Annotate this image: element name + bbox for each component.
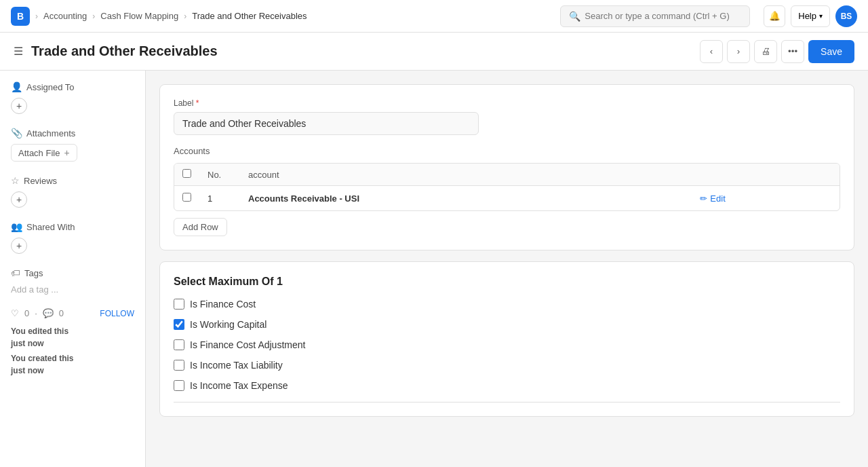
add-share-button[interactable]: + <box>11 238 27 254</box>
layout: 👤 Assigned To + 📎 Attachments Attach Fil… <box>0 71 868 467</box>
activity-2-time: just now <box>11 366 44 375</box>
row-checkbox-cell <box>174 186 199 211</box>
tags-label: Tags <box>24 268 43 278</box>
checkbox-row-cb4: Is Income Tax Liability <box>174 360 840 371</box>
activity-2: You created this just now <box>11 352 134 377</box>
required-star: * <box>196 98 199 108</box>
card-divider <box>174 402 840 403</box>
topnav-right: 🔔 Help ▾ BS <box>764 5 857 27</box>
edit-link[interactable]: ✏ Edit <box>700 193 831 204</box>
activity-1: You edited this just now <box>11 325 134 350</box>
checkbox-row-cb3: Is Finance Cost Adjustment <box>174 339 840 350</box>
heart-icon: ♡ <box>11 308 19 318</box>
comments-count: 0 <box>59 308 64 318</box>
chevron-down-icon: ▾ <box>819 12 823 20</box>
breadcrumb-current: Trade and Other Receivables <box>192 11 307 21</box>
col-header-no: No. <box>199 164 240 186</box>
tag-icon: 🏷 <box>11 267 20 278</box>
notifications-button[interactable]: 🔔 <box>764 5 785 27</box>
checkbox-row-cb5: Is Income Tax Expense <box>174 380 840 391</box>
attach-file-button[interactable]: Attach File + <box>11 144 77 162</box>
next-button[interactable]: › <box>727 40 750 63</box>
checkbox-cb1[interactable] <box>174 299 184 310</box>
table-row: 1 Accounts Receivable - USI ✏ Edit <box>174 186 840 211</box>
checkbox-label-cb1: Is Finance Cost <box>190 299 256 310</box>
help-label: Help <box>798 11 816 21</box>
search-input[interactable] <box>585 11 741 21</box>
follow-button[interactable]: FOLLOW <box>100 309 134 318</box>
checkbox-cb4[interactable] <box>174 360 184 371</box>
add-row-label: Add Row <box>182 222 218 232</box>
topnav: B › Accounting › Cash Flow Mapping › Tra… <box>0 0 868 33</box>
checkbox-label-cb3: Is Finance Cost Adjustment <box>190 339 305 350</box>
more-button[interactable]: ••• <box>781 40 804 63</box>
row-no-cell: 1 <box>199 186 240 211</box>
breadcrumb-sep-2: › <box>92 12 95 21</box>
tags-section: 🏷 Tags Add a tag ... <box>11 267 134 295</box>
attachments-section: 📎 Attachments Attach File + <box>11 128 134 162</box>
print-button[interactable]: 🖨 <box>754 40 777 63</box>
add-tag-placeholder[interactable]: Add a tag ... <box>11 284 58 295</box>
hamburger-icon[interactable]: ☰ <box>14 45 23 58</box>
ellipsis-icon: ••• <box>788 46 797 56</box>
assigned-to-label: Assigned To <box>26 82 75 92</box>
chevron-left-icon: ‹ <box>710 46 713 56</box>
add-row-button[interactable]: Add Row <box>174 218 227 236</box>
row-checkbox[interactable] <box>182 193 191 202</box>
chevron-right-icon: › <box>737 46 740 56</box>
shared-with-section: 👥 Shared With + <box>11 221 134 254</box>
shared-with-header: 👥 Shared With <box>11 221 134 232</box>
assigned-to-header: 👤 Assigned To <box>11 81 134 92</box>
checkbox-row-cb1: Is Finance Cost <box>174 299 840 310</box>
col-header-account: account <box>240 164 692 186</box>
paperclip-icon: 📎 <box>11 128 22 138</box>
pencil-icon: ✏ <box>700 193 707 204</box>
app-icon[interactable]: B <box>11 7 30 26</box>
add-review-button[interactable]: + <box>11 191 27 208</box>
checkbox-row-cb2: Is Working Capital <box>174 319 840 330</box>
activity-2-user: You <box>11 354 26 363</box>
activity-2-action: created this <box>28 354 73 363</box>
add-assignee-button[interactable]: + <box>11 98 27 114</box>
label-field: Label * <box>174 98 840 135</box>
breadcrumb-sep-3: › <box>184 12 186 21</box>
checkbox-cb5[interactable] <box>174 380 184 391</box>
breadcrumb-cashflow[interactable]: Cash Flow Mapping <box>100 11 178 21</box>
checkbox-cb3[interactable] <box>174 339 184 350</box>
attachments-header: 📎 Attachments <box>11 128 134 138</box>
select-all-checkbox[interactable] <box>182 169 191 178</box>
label-input[interactable] <box>174 112 479 135</box>
page-title: Trade and Other Receivables <box>31 43 218 59</box>
checkbox-label-cb5: Is Income Tax Expense <box>190 380 288 391</box>
sidebar-footer: ♡ 0 · 💬 0 FOLLOW You edited this just no… <box>11 308 134 377</box>
breadcrumb-sep-1: › <box>35 12 38 21</box>
prev-button[interactable]: ‹ <box>700 40 723 63</box>
help-button[interactable]: Help ▾ <box>791 5 830 27</box>
print-icon: 🖨 <box>762 46 770 56</box>
search-bar[interactable]: 🔍 <box>560 5 750 27</box>
breadcrumb-accounting[interactable]: Accounting <box>43 11 87 21</box>
dot-separator: · <box>35 308 37 318</box>
activity-1-user: You <box>11 326 26 336</box>
reviews-header: ☆ Reviews <box>11 175 134 186</box>
label-field-label: Label * <box>174 98 840 108</box>
avatar[interactable]: BS <box>835 5 857 27</box>
attachments-label: Attachments <box>26 128 75 138</box>
bell-icon: 🔔 <box>769 11 781 21</box>
star-icon: ☆ <box>11 175 20 186</box>
col-header-checkbox <box>174 164 199 186</box>
accounts-table: No. account 1 Accounts Receivable - USI <box>174 164 840 210</box>
save-button[interactable]: Save <box>808 40 854 63</box>
share-icon: 👥 <box>11 221 22 232</box>
main-content: Label * Accounts No. account <box>146 71 868 467</box>
select-max-title: Select Maximum Of 1 <box>174 276 840 288</box>
assigned-to-section: 👤 Assigned To + <box>11 81 134 114</box>
checkbox-cb2[interactable] <box>174 319 184 330</box>
col-header-actions <box>692 164 840 186</box>
plus-icon: + <box>64 147 69 158</box>
comment-icon: 💬 <box>43 308 54 318</box>
person-icon: 👤 <box>11 81 22 92</box>
page-header-actions: ‹ › 🖨 ••• Save <box>700 40 854 63</box>
tags-header: 🏷 Tags <box>11 267 134 278</box>
row-account-cell: Accounts Receivable - USI <box>240 186 692 211</box>
